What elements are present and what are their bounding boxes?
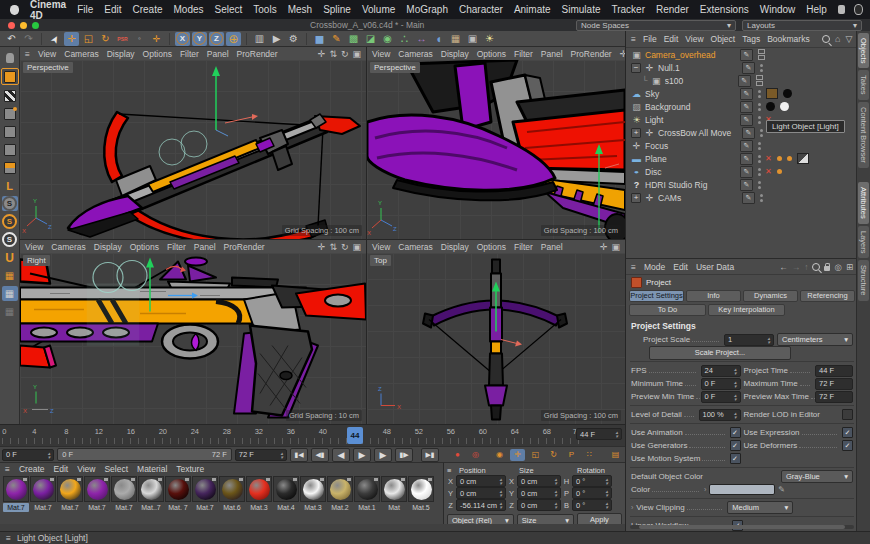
mat-menu-texture[interactable]: Texture: [176, 464, 204, 474]
add-field-button[interactable]: ◉: [380, 32, 395, 46]
viewport-menu-icon[interactable]: ≡: [25, 49, 30, 59]
viewport-orbit-icon[interactable]: ↻: [341, 242, 349, 252]
edit-toggle-icon[interactable]: ✎: [740, 140, 753, 152]
rot-p-field[interactable]: 0 °▴▾: [572, 487, 612, 499]
size-y-field[interactable]: 0 cm▴▾: [517, 487, 561, 499]
viewport-menu-view[interactable]: View: [372, 242, 390, 252]
edit-toggle-icon[interactable]: ✎: [742, 62, 755, 74]
range-end-field[interactable]: 72 F▴▾: [235, 449, 287, 461]
material-item[interactable]: Mat.3: [246, 476, 272, 512]
viewport-menu-options[interactable]: Options: [143, 49, 172, 59]
edit-toggle-icon[interactable]: ✎: [738, 75, 751, 87]
add-camera-button[interactable]: ▣: [465, 32, 480, 46]
coords-menu-icon[interactable]: ≡: [447, 466, 457, 475]
previous-key-button[interactable]: ◀▮: [311, 448, 329, 462]
visibility-dots[interactable]: [760, 64, 763, 72]
render-view-button[interactable]: ▥: [252, 32, 267, 46]
viewport-menu-panel[interactable]: Panel: [194, 242, 216, 252]
viewport-menu-cameras[interactable]: Cameras: [64, 49, 98, 59]
object-row-cams[interactable]: + ✛ CAMs ✎: [626, 191, 858, 204]
menubar-item-extensions[interactable]: Extensions: [700, 4, 749, 15]
material-item[interactable]: Mat.5: [408, 476, 434, 512]
material-item[interactable]: Mat.7: [111, 476, 137, 512]
polygons-mode-button[interactable]: [2, 160, 18, 175]
simulation-button[interactable]: ◖: [431, 32, 446, 46]
app-menu[interactable]: Cinema 4D: [30, 0, 66, 21]
texture-mode-button[interactable]: [2, 88, 18, 103]
keyframe-dot-icon[interactable]: [787, 156, 792, 161]
color-expand-arrow[interactable]: ›: [704, 486, 706, 493]
texture-tag-icon[interactable]: [766, 88, 778, 99]
minimize-window-button[interactable]: [20, 22, 27, 29]
enable-snap-button[interactable]: S: [2, 196, 18, 211]
model-mode-button[interactable]: [1, 68, 19, 85]
add-subdivision-surface-button[interactable]: ▩: [346, 32, 361, 46]
timeline-window-button[interactable]: ▤: [608, 449, 623, 461]
tab-project-settings[interactable]: Project Settings: [629, 290, 684, 302]
layouts-dropdown[interactable]: Layouts▾: [742, 20, 862, 31]
menubar-item-spline[interactable]: Spline: [323, 4, 351, 15]
apple-logo-icon[interactable]: [10, 5, 19, 15]
preview-max-time-field[interactable]: 72 F: [815, 391, 853, 403]
viewport-maximize-icon[interactable]: ▣: [352, 242, 361, 252]
viewport-menu-display[interactable]: Display: [441, 242, 469, 252]
workplane-button[interactable]: ▦: [2, 268, 18, 283]
lock-x-axis-button[interactable]: X: [175, 32, 190, 46]
edit-toggle-icon[interactable]: ✎: [742, 192, 755, 204]
live-selection-tool[interactable]: ➤: [45, 29, 65, 49]
level-of-detail-field[interactable]: 100 %▴▾: [699, 409, 741, 421]
render-off-icon[interactable]: ✕: [765, 154, 772, 163]
material-item[interactable]: Mat..7: [138, 476, 164, 512]
render-settings-button[interactable]: ⚙: [286, 32, 301, 46]
use-expression-checkbox[interactable]: ✓: [842, 427, 853, 438]
points-mode-button[interactable]: [2, 124, 18, 139]
menubar-item-create[interactable]: Create: [132, 4, 162, 15]
viewport-menu-prorender[interactable]: ProRender: [224, 242, 265, 252]
object-manager-menu-icon[interactable]: ≡: [631, 34, 636, 44]
viewport-menu-display[interactable]: Display: [94, 242, 122, 252]
object-row-sky[interactable]: ☁ Sky ✎: [626, 87, 858, 100]
keyframe-selection-button[interactable]: ◉: [492, 449, 507, 461]
compositing-tag-icon[interactable]: [783, 89, 792, 98]
edges-mode-button[interactable]: [2, 142, 18, 157]
viewport-menu-view[interactable]: View: [25, 242, 43, 252]
edit-toggle-icon[interactable]: ✎: [740, 114, 753, 126]
edit-toggle-icon[interactable]: ✎: [740, 179, 753, 191]
snap-settings-button[interactable]: S: [2, 214, 18, 229]
viewport-menu-filter[interactable]: Filter: [180, 49, 199, 59]
side-tab-objects[interactable]: Objects: [858, 33, 869, 68]
add-floor-button[interactable]: ▦: [448, 32, 463, 46]
material-item[interactable]: Mat: [381, 476, 407, 512]
use-as-render-view-icon[interactable]: [2, 50, 18, 65]
history-back-icon[interactable]: ←: [779, 262, 788, 272]
side-tab-content-browser[interactable]: Content Browser: [858, 102, 869, 168]
menubar-item-mograph[interactable]: MoGraph: [406, 4, 448, 15]
tab-referencing[interactable]: Referencing: [800, 290, 855, 302]
viewport-menu-display[interactable]: Display: [107, 49, 135, 59]
last-used-tool[interactable]: ◦: [132, 32, 147, 46]
magnet-tool-button[interactable]: U: [2, 250, 18, 265]
goto-end-button[interactable]: ▶▮: [421, 448, 439, 462]
viewport-canvas[interactable]: Top: [367, 253, 625, 424]
attr-menu-edit[interactable]: Edit: [673, 262, 688, 272]
menubar-item-tools[interactable]: Tools: [253, 4, 276, 15]
viewport-menu-view[interactable]: View: [38, 49, 56, 59]
color-swatch[interactable]: [709, 484, 775, 495]
viewport-menu-prorender[interactable]: ProRender: [237, 49, 278, 59]
rotate-tool[interactable]: ↻: [98, 32, 113, 46]
tab-dynamics[interactable]: Dynamics: [743, 290, 798, 302]
viewport-menu-prorender[interactable]: ProRender: [571, 49, 612, 59]
viewport-canvas[interactable]: Perspective: [367, 60, 625, 239]
visibility-dots[interactable]: [758, 142, 761, 150]
material-item[interactable]: Mat.2: [327, 476, 353, 512]
scale-project-button[interactable]: Scale Project...: [649, 346, 791, 360]
edit-toggle-icon[interactable]: ✎: [740, 49, 753, 61]
visibility-dots[interactable]: [758, 181, 761, 189]
object-row-null1[interactable]: − ✛ Null.1 ✎: [626, 61, 858, 74]
viewport-dolly-icon[interactable]: ⇅: [329, 242, 337, 252]
psr-tool[interactable]: PSR: [115, 32, 130, 46]
eyedropper-icon[interactable]: ✎: [778, 485, 785, 494]
play-button[interactable]: ▶: [353, 448, 371, 462]
viewport-menu-cameras[interactable]: Cameras: [51, 242, 85, 252]
axis-modify-tool[interactable]: ✛: [149, 32, 164, 46]
